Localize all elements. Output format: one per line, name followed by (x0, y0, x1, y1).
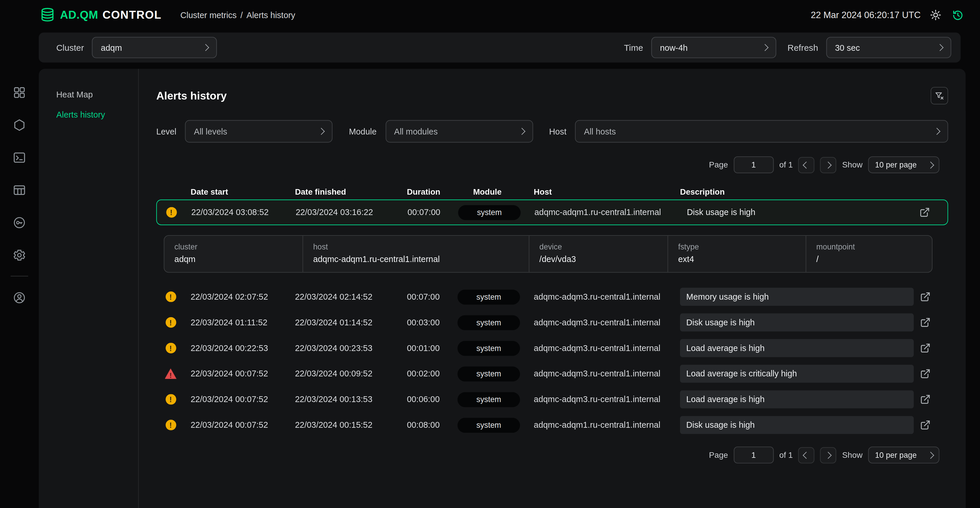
show-label: Show (842, 160, 862, 169)
external-link-button[interactable] (920, 369, 931, 379)
level-filter-select[interactable]: All levels (185, 120, 333, 143)
alert-filters: Level All levels Module All modules Host (156, 120, 948, 143)
top-bar: AD.QM CONTROL Cluster metrics / Alerts h… (0, 0, 980, 30)
per-page-value: 10 per page (875, 160, 917, 169)
per-page-select[interactable]: 10 per page (868, 446, 939, 463)
module-filter-label: Module (349, 127, 377, 136)
pagination-top: Page of 1 Show 10 per page (156, 157, 948, 173)
date-finished-cell: 22/03/2024 00:13:53 (294, 395, 403, 404)
per-page-select[interactable]: 10 per page (868, 157, 939, 173)
duration-cell: 00:07:00 (403, 292, 456, 302)
alert-row[interactable]: 22/03/2024 00:07:52 22/03/2024 00:13:53 … (156, 387, 948, 412)
nav-item-alerts-history[interactable]: Alerts history (39, 105, 138, 125)
toolbar-right: Time now-4h Refresh 30 sec (624, 37, 951, 58)
module-badge: system (458, 315, 520, 330)
alert-row[interactable]: 22/03/2024 03:08:52 22/03/2024 03:16:22 … (156, 200, 948, 225)
time-range-select[interactable]: now-4h (651, 37, 776, 58)
module-badge: system (458, 417, 520, 433)
filter-off-icon (934, 91, 944, 101)
date-finished-cell: 22/03/2024 02:14:52 (294, 292, 403, 302)
page-label: Page (709, 450, 728, 460)
rail-dashboard-button[interactable] (0, 77, 39, 109)
host-cell: adqmc-adqm3.ru-central1.internal (531, 395, 678, 404)
history-icon (952, 9, 964, 21)
clear-filters-button[interactable] (931, 87, 948, 104)
terminal-icon (13, 151, 26, 165)
page-label: Page (709, 160, 728, 169)
dashboard-icon (13, 86, 26, 99)
alert-row[interactable]: 22/03/2024 00:07:52 22/03/2024 00:15:52 … (156, 412, 948, 438)
nav-item-heat-map[interactable]: Heat Map (39, 85, 138, 105)
external-link-button[interactable] (920, 394, 931, 404)
content-header: Alerts history (156, 86, 948, 105)
chevron-left-icon (803, 161, 810, 168)
external-link-button[interactable] (920, 343, 931, 353)
date-start-cell: 22/03/2024 00:07:52 (185, 420, 294, 430)
level-icon (166, 207, 177, 217)
page-input[interactable] (733, 157, 773, 173)
cluster-label: Cluster (56, 43, 84, 53)
host-filter-select[interactable]: All hosts (575, 120, 948, 143)
cluster-toolbar: Cluster adqm Time now-4h Refresh 30 sec (39, 32, 961, 62)
prev-page-button[interactable] (799, 157, 815, 173)
page-input[interactable] (733, 446, 773, 463)
hexagon-icon (13, 118, 26, 132)
module-filter-select[interactable]: All modules (385, 120, 533, 143)
rail-access-button[interactable] (0, 206, 39, 239)
level-icon (165, 317, 176, 327)
module-badge: system (458, 392, 520, 407)
rail-divider (11, 276, 28, 276)
module-filter-value: All modules (394, 127, 438, 136)
alert-row[interactable]: 22/03/2024 01:11:52 22/03/2024 01:14:52 … (156, 310, 948, 335)
refresh-interval-select[interactable]: 30 sec (826, 37, 951, 58)
column-duration: Duration (403, 187, 456, 196)
chevron-right-icon (937, 44, 943, 51)
query-history-button[interactable] (951, 8, 965, 22)
next-page-button[interactable] (820, 157, 837, 173)
module-badge: system (458, 340, 520, 355)
rail-terminal-button[interactable] (0, 141, 39, 174)
alert-row[interactable]: 22/03/2024 00:22:53 22/03/2024 00:23:53 … (156, 335, 948, 361)
chevron-right-icon (927, 451, 934, 458)
table-icon (13, 183, 26, 197)
external-link-button[interactable] (920, 291, 931, 302)
detail-host: host adqmc-adqm1.ru-central1.internal (303, 236, 530, 272)
external-link-button[interactable] (920, 207, 930, 217)
alert-row[interactable]: 22/03/2024 00:07:52 22/03/2024 00:09:52 … (156, 361, 948, 387)
app-logo[interactable]: AD.QM CONTROL (39, 7, 162, 23)
rail-tables-button[interactable] (0, 174, 39, 206)
level-filter-value: All levels (194, 127, 227, 136)
sun-icon (930, 10, 942, 21)
date-start-cell: 22/03/2024 00:07:52 (185, 395, 294, 404)
refresh-interval-value: 30 sec (835, 43, 860, 52)
external-link-button[interactable] (920, 317, 931, 327)
page-title: Alerts history (156, 89, 227, 102)
rail-modules-button[interactable] (0, 109, 39, 141)
chevron-right-icon (825, 451, 832, 458)
alert-row[interactable]: 22/03/2024 02:07:52 22/03/2024 02:14:52 … (156, 284, 948, 310)
description-cell: Disk usage is high (681, 203, 913, 222)
metrics-nav: Heat Map Alerts history (39, 69, 139, 508)
cluster-select-value: adqm (101, 43, 122, 52)
level-icon (165, 291, 176, 302)
host-filter-value: All hosts (584, 127, 616, 136)
host-cell: adqmc-adqm1.ru-central1.internal (532, 208, 679, 217)
logo-text-secondary: CONTROL (103, 8, 162, 22)
theme-toggle-button[interactable] (929, 8, 942, 22)
refresh-label: Refresh (788, 43, 818, 53)
host-cell: adqmc-adqm1.ru-central1.internal (531, 420, 678, 430)
duration-cell: 00:02:00 (403, 369, 456, 379)
chevron-left-icon (803, 451, 810, 458)
prev-page-button[interactable] (799, 447, 815, 463)
chevron-right-icon (825, 161, 832, 168)
date-finished-cell: 22/03/2024 01:14:52 (294, 318, 403, 327)
rail-settings-button[interactable] (0, 239, 39, 272)
level-icon (165, 368, 177, 379)
external-link-button[interactable] (920, 420, 931, 430)
next-page-button[interactable] (820, 447, 837, 463)
cluster-select[interactable]: adqm (92, 37, 217, 58)
level-filter-label: Level (156, 127, 177, 136)
breadcrumb-section[interactable]: Cluster metrics (180, 10, 237, 19)
chevron-right-icon (518, 128, 525, 135)
rail-profile-button[interactable] (0, 281, 39, 314)
